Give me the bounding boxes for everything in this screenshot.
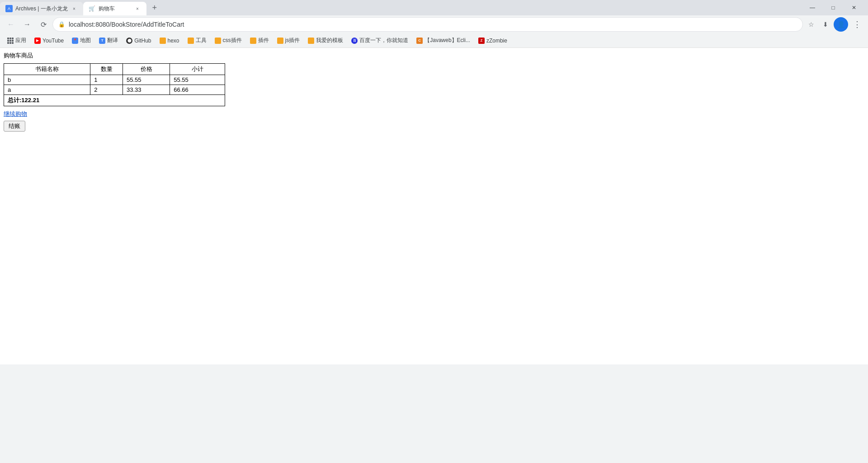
bookmark-youtube[interactable]: ▶ YouTube bbox=[31, 35, 67, 47]
back-button[interactable]: ← bbox=[4, 17, 18, 32]
tab-area: A Archives | 一条小龙龙 × 🛒 购物车 × + bbox=[0, 0, 798, 15]
total-value: 122.21 bbox=[21, 97, 39, 104]
tab-2-title: 购物车 bbox=[99, 5, 131, 13]
bookmark-templates-label: 我爱的模板 bbox=[316, 37, 343, 44]
bookmark-css-plugins-label: css插件 bbox=[223, 37, 242, 44]
tab-2-close[interactable]: × bbox=[134, 5, 141, 12]
title-bar: A Archives | 一条小龙龙 × 🛒 购物车 × + — □ ✕ bbox=[0, 0, 868, 15]
col-header-subtotal: 小计 bbox=[170, 64, 225, 75]
bookmark-tools-label: 工具 bbox=[196, 37, 207, 44]
page-content: 购物车商品 书籍名称 数量 价格 小计 b 1 55.55 55.55 a bbox=[0, 48, 868, 364]
row2-price: 33.33 bbox=[123, 85, 170, 95]
bookmark-zzombie-label: zZombie bbox=[486, 38, 507, 44]
menu-button[interactable]: ⋮ bbox=[850, 17, 864, 32]
bookmark-translate[interactable]: T 翻译 bbox=[95, 35, 122, 47]
bookmark-maps-label: 地图 bbox=[80, 37, 91, 44]
bookmark-plugins-label: 插件 bbox=[258, 37, 269, 44]
profile-button[interactable]: 👤 bbox=[834, 17, 848, 32]
tab-1-close[interactable]: × bbox=[71, 5, 78, 12]
bookmark-css-plugins[interactable]: css插件 bbox=[211, 35, 245, 47]
bookmark-baidu-label: 百度一下，你就知道 bbox=[359, 37, 408, 44]
bookmark-js-plugins[interactable]: js插件 bbox=[274, 35, 304, 47]
table-row: a 2 33.33 66.66 bbox=[4, 85, 225, 95]
page-heading: 购物车商品 bbox=[4, 52, 864, 60]
row1-subtotal: 55.55 bbox=[170, 75, 225, 85]
checkout-button[interactable]: 结账 bbox=[4, 121, 25, 132]
window-controls: — □ ✕ bbox=[798, 0, 868, 15]
row1-price: 55.55 bbox=[123, 75, 170, 85]
omnibox-bar: ← → ⟳ 🔒 localhost:8080/BookStore/AddTitl… bbox=[0, 15, 868, 33]
bookmark-apps-label: 应用 bbox=[15, 37, 26, 44]
refresh-button[interactable]: ⟳ bbox=[36, 17, 51, 32]
bookmark-maps[interactable]: 📍 地图 bbox=[68, 35, 94, 47]
forward-button[interactable]: → bbox=[20, 17, 34, 32]
bookmark-plugins[interactable]: 插件 bbox=[246, 35, 273, 47]
account-button[interactable]: ⬇ bbox=[819, 18, 832, 31]
row2-qty: 2 bbox=[90, 85, 123, 95]
tab-2-favicon: 🛒 bbox=[89, 5, 96, 12]
bookmark-hexo-label: hexo bbox=[168, 38, 179, 44]
tab-1-title: Archives | 一条小龙龙 bbox=[15, 5, 68, 13]
col-header-price: 价格 bbox=[123, 64, 170, 75]
table-row: b 1 55.55 55.55 bbox=[4, 75, 225, 85]
url-display: localhost:8080/BookStore/AddTitleToCart bbox=[69, 21, 797, 28]
total-row: 总计:122.21 bbox=[4, 95, 225, 106]
bookmark-youtube-label: YouTube bbox=[42, 38, 64, 44]
bookmark-js-plugins-label: js插件 bbox=[285, 37, 300, 44]
col-header-name: 书籍名称 bbox=[4, 64, 90, 75]
maximize-button[interactable]: □ bbox=[823, 0, 844, 15]
star-button[interactable]: ☆ bbox=[805, 18, 817, 31]
bookmark-github-label: GitHub bbox=[134, 38, 151, 44]
bookmarks-bar: 应用 ▶ YouTube 📍 地图 T 翻译 ⬤ GitHub hexo bbox=[0, 33, 868, 48]
tab-1[interactable]: A Archives | 一条小龙龙 × bbox=[0, 2, 83, 15]
tab-2[interactable]: 🛒 购物车 × bbox=[83, 2, 146, 15]
lock-icon: 🔒 bbox=[58, 21, 65, 28]
new-tab-button[interactable]: + bbox=[148, 1, 161, 14]
address-bar[interactable]: 🔒 localhost:8080/BookStore/AddTitleToCar… bbox=[52, 17, 803, 32]
bookmark-tools[interactable]: 工具 bbox=[184, 35, 210, 47]
bookmark-translate-label: 翻译 bbox=[107, 37, 118, 44]
bookmark-zzombie[interactable]: Z zZombie bbox=[475, 35, 511, 47]
browser-frame: A Archives | 一条小龙龙 × 🛒 购物车 × + — □ ✕ ← →… bbox=[0, 0, 868, 463]
total-cell: 总计:122.21 bbox=[4, 95, 225, 106]
row1-name: b bbox=[4, 75, 90, 85]
row1-qty: 1 bbox=[90, 75, 123, 85]
total-label: 总计: bbox=[8, 97, 21, 104]
row2-name: a bbox=[4, 85, 90, 95]
bookmark-apps[interactable]: 应用 bbox=[4, 35, 30, 47]
row2-subtotal: 66.66 bbox=[170, 85, 225, 95]
bookmark-javaweb[interactable]: C 【Javaweb】Ecli... bbox=[413, 35, 474, 47]
bookmark-javaweb-label: 【Javaweb】Ecli... bbox=[425, 37, 470, 44]
minimize-button[interactable]: — bbox=[802, 0, 823, 15]
bookmark-baidu[interactable]: 百 百度一下，你就知道 bbox=[348, 35, 412, 47]
omnibox-right-controls: ☆ ⬇ 👤 ⋮ bbox=[805, 17, 864, 32]
cart-table: 书籍名称 数量 价格 小计 b 1 55.55 55.55 a 2 33.33 bbox=[4, 63, 225, 106]
col-header-qty: 数量 bbox=[90, 64, 123, 75]
continue-shopping-link[interactable]: 继续购物 bbox=[4, 110, 864, 118]
bookmark-github[interactable]: ⬤ GitHub bbox=[123, 35, 155, 47]
bookmark-hexo[interactable]: hexo bbox=[156, 35, 183, 47]
bookmark-templates[interactable]: 我爱的模板 bbox=[304, 35, 347, 47]
close-button[interactable]: ✕ bbox=[844, 0, 864, 15]
tab-1-favicon: A bbox=[5, 5, 13, 12]
